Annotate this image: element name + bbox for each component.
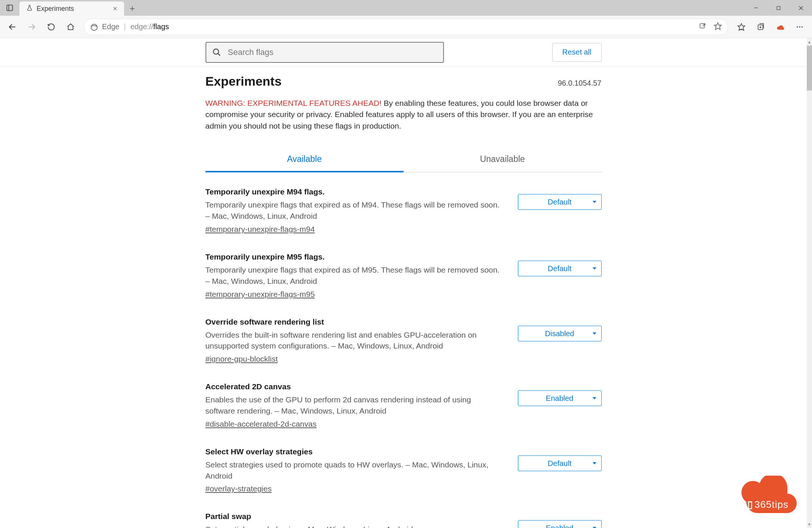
browser-tab[interactable]: Experiments [19,1,124,16]
refresh-button[interactable] [43,18,60,36]
flag-anchor-link[interactable]: #overlay-strategies [206,484,272,493]
flag-select[interactable]: Enabled [518,390,602,406]
scrollbar-thumb[interactable] [807,46,812,90]
flag-item: Partial swap Sets partial swap behavior.… [206,512,602,528]
window-titlebar: Experiments [0,0,812,16]
tab-title: Experiments [37,5,108,13]
tab-unavailable[interactable]: Unavailable [404,148,602,172]
tabs-strip: Experiments [0,0,141,16]
edge-logo-icon [90,23,98,31]
flag-main: Override software rendering list Overrid… [206,317,503,364]
flag-item: Temporarily unexpire M94 flags. Temporar… [206,187,602,234]
flags-page: Experiments 96.0.1054.57 WARNING: EXPERI… [206,74,602,528]
window-minimize-button[interactable] [745,0,767,16]
flag-title: Select HW overlay strategies [206,447,503,456]
flag-item: Select HW overlay strategies Select stra… [206,447,602,494]
flag-main: Temporarily unexpire M94 flags. Temporar… [206,187,503,234]
flags-topbar: Reset all [0,38,807,67]
flag-select-wrap: Enabled [518,390,602,406]
svg-marker-15 [738,23,745,30]
page-title: Experiments [206,74,282,89]
flag-select-wrap: Enabled [518,520,602,528]
flag-main: Temporarily unexpire M95 flags. Temporar… [206,252,503,299]
collections-button[interactable] [752,18,769,36]
flag-select[interactable]: Default [518,455,602,471]
home-button[interactable] [62,18,79,36]
flag-title: Override software rendering list [206,317,503,326]
search-input[interactable] [206,42,444,63]
favorites-button[interactable] [733,18,750,36]
flag-tabs: Available Unavailable [206,148,602,172]
flag-select[interactable]: Disabled [518,326,602,341]
flag-main: Partial swap Sets partial swap behavior.… [206,512,503,528]
flag-select[interactable]: Enabled [518,520,602,528]
flag-title: Temporarily unexpire M94 flags. [206,187,503,196]
tab-actions-button[interactable] [0,0,19,16]
flag-item: Override software rendering list Overrid… [206,317,602,364]
flag-title: Temporarily unexpire M95 flags. [206,252,503,261]
flag-select-wrap: Default [518,261,602,276]
flag-title: Partial swap [206,512,503,521]
flag-anchor-link[interactable]: #disable-accelerated-2d-canvas [206,420,317,428]
svg-point-23 [213,49,219,54]
flag-description: Select strategies used to promote quads … [206,459,503,482]
flag-main: Accelerated 2D canvas Enables the use of… [206,382,503,429]
new-tab-button[interactable] [124,1,141,16]
page-header: Experiments 96.0.1054.57 [206,74,602,89]
flag-select[interactable]: Default [518,261,602,276]
flag-select-wrap: Default [518,194,602,210]
flag-select[interactable]: Default [518,194,602,210]
flag-title: Accelerated 2D canvas [206,382,503,391]
svg-rect-0 [7,5,13,11]
svg-rect-7 [777,6,780,10]
flag-description: Sets partial swap behavior. – Mac, Windo… [206,524,503,528]
warning-prefix: WARNING: EXPERIMENTAL FEATURES AHEAD! [206,99,382,107]
back-button[interactable] [4,18,21,36]
scrollbar[interactable]: ▲ ▼ [807,38,812,528]
flag-anchor-link[interactable]: #temporary-unexpire-flags-m95 [206,290,315,298]
flag-anchor-link[interactable]: #ignore-gpu-blocklist [206,354,278,363]
version-label: 96.0.1054.57 [558,79,602,88]
warning-text: WARNING: EXPERIMENTAL FEATURES AHEAD! By… [206,98,602,132]
address-separator: | [124,22,126,31]
page-viewport: Reset all Experiments 96.0.1054.57 WARNI… [0,38,807,528]
flask-icon [26,4,33,13]
flag-main: Select HW overlay strategies Select stra… [206,447,503,494]
reset-all-button[interactable]: Reset all [552,43,602,62]
address-bar[interactable]: Edge | edge://flags [84,19,728,35]
flag-description: Temporarily unexpire flags that expired … [206,199,503,222]
scroll-up-button[interactable]: ▲ [807,38,812,46]
address-url: edge://flags [130,22,169,31]
read-aloud-icon[interactable] [714,22,722,32]
browser-toolbar: Edge | edge://flags [0,16,812,38]
svg-point-21 [799,26,800,28]
flag-description: Enables the use of the GPU to perform 2d… [206,394,503,417]
toolbar-extensions [733,18,808,36]
search-icon [212,48,221,58]
window-close-button[interactable] [790,0,812,16]
watermark-badge: ▯365tips [735,476,801,517]
flag-item: Accelerated 2D canvas Enables the use of… [206,382,602,429]
tab-close-button[interactable] [111,5,119,12]
flags-list: Temporarily unexpire M94 flags. Temporar… [206,187,602,528]
tab-available[interactable]: Available [206,148,404,172]
svg-rect-13 [700,24,704,28]
scroll-down-button[interactable]: ▼ [807,521,812,528]
settings-menu-button[interactable] [791,18,808,36]
svg-point-12 [91,24,98,30]
flag-select-wrap: Disabled [518,326,602,341]
window-controls [745,0,812,16]
svg-marker-14 [714,22,721,29]
open-external-icon[interactable] [699,22,706,31]
flag-anchor-link[interactable]: #temporary-unexpire-flags-m94 [206,225,315,233]
address-origin-label: Edge [102,22,120,31]
flag-item: Temporarily unexpire M95 flags. Temporar… [206,252,602,299]
window-maximize-button[interactable] [767,0,790,16]
svg-line-24 [218,53,220,56]
forward-button[interactable] [23,18,40,36]
address-bar-actions [699,22,722,32]
cloud-extension-icon[interactable] [772,18,789,36]
svg-point-20 [797,26,798,28]
flag-select-wrap: Default [518,455,602,471]
watermark-text: ▯365tips [735,499,801,510]
